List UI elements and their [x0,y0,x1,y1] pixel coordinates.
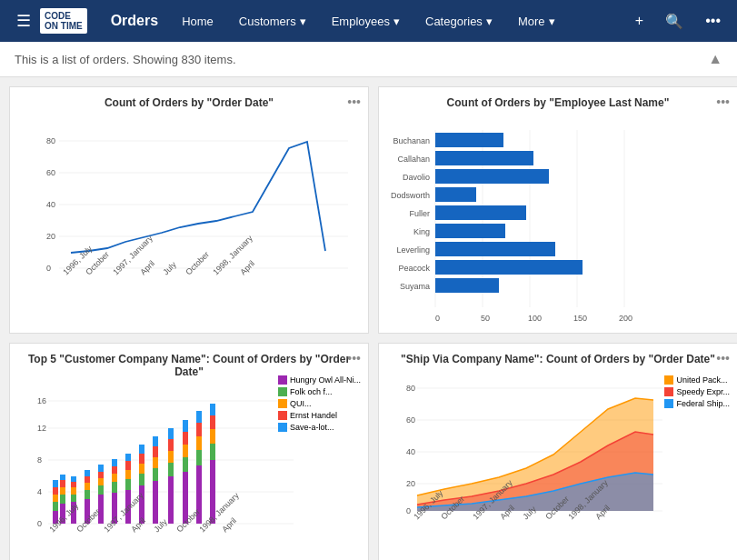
svg-rect-115 [196,411,202,423]
collapse-icon[interactable]: ▲ [708,51,722,67]
svg-text:Davolio: Davolio [403,173,430,182]
svg-text:Peacock: Peacock [398,264,430,273]
svg-rect-109 [183,432,188,445]
chevron-down-icon: ▾ [486,15,493,28]
svg-text:Buchanan: Buchanan [393,136,430,145]
svg-rect-68 [71,487,76,495]
svg-text:Fuller: Fuller [409,209,430,218]
svg-text:12: 12 [37,424,46,433]
svg-rect-42 [435,260,583,275]
svg-rect-70 [71,476,76,482]
svg-rect-101 [168,476,174,524]
svg-rect-104 [168,439,174,451]
svg-rect-40 [435,242,555,256]
chart-top5-customers: Top 5 "Customer Company Name": Count of … [9,343,369,560]
svg-rect-78 [98,478,104,485]
svg-text:King: King [413,227,430,236]
nav-right-actions: + 🔍 ••• [626,7,730,35]
chart3-title: Top 5 "Customer Company Name": Count of … [21,353,357,378]
add-button[interactable]: + [626,7,652,35]
svg-rect-114 [196,423,202,436]
svg-rect-94 [139,454,144,464]
svg-text:Suyama: Suyama [400,282,430,291]
svg-text:Dodsworth: Dodsworth [391,191,430,200]
svg-rect-110 [183,420,188,432]
svg-rect-77 [98,485,104,495]
svg-text:20: 20 [406,479,415,488]
chart4-title: "Ship Via Company Name": Count of Orders… [390,353,726,365]
svg-rect-102 [168,463,174,476]
status-text: This is a list of orders. Showing 830 it… [15,53,236,66]
svg-rect-60 [53,480,58,487]
chart2-title: Count of Orders by "Employee Last Name" [390,96,726,109]
chart4-menu[interactable]: ••• [716,351,730,365]
chart-orders-by-date: Count of Orders by "Order Date" ••• 80 6… [9,86,369,334]
status-bar: This is a list of orders. Showing 830 it… [0,42,737,77]
svg-rect-64 [60,480,65,487]
svg-rect-73 [85,483,90,490]
svg-rect-89 [125,461,131,470]
svg-text:April: April [238,259,256,277]
chart1-title: Count of Orders by "Order Date" [21,96,357,109]
svg-rect-100 [153,436,158,446]
nav-item-customers[interactable]: Customers ▾ [226,0,319,42]
svg-rect-76 [98,495,104,524]
svg-rect-63 [60,487,65,495]
svg-text:October: October [184,250,211,277]
svg-text:16: 16 [37,396,46,405]
svg-rect-75 [85,470,90,476]
chart3-menu[interactable]: ••• [347,351,361,365]
logo-box: CODE ON TIME [40,8,87,34]
area-chart-svg: 80 60 40 20 0 1996, July October 1997, J… [390,373,672,560]
nav-item-home[interactable]: Home [169,0,226,42]
svg-rect-65 [60,475,65,480]
svg-rect-84 [112,466,117,474]
svg-text:0: 0 [37,519,42,528]
svg-rect-67 [71,495,76,502]
svg-rect-90 [125,454,131,461]
svg-rect-74 [85,476,90,483]
svg-rect-119 [210,415,215,429]
svg-text:0: 0 [435,314,440,323]
chart1-menu[interactable]: ••• [347,95,361,109]
svg-text:50: 50 [481,314,490,323]
svg-rect-82 [112,482,117,493]
navbar: ☰ CODE ON TIME Orders Home Customers ▾ E… [0,0,737,42]
chevron-down-icon: ▾ [393,15,400,28]
svg-rect-97 [153,468,158,481]
svg-text:80: 80 [406,384,415,393]
svg-rect-93 [139,464,144,474]
nav-item-categories[interactable]: Categories ▾ [413,0,505,42]
chart4-legend: United Pack... Speedy Expr... Federal Sh… [664,375,730,408]
svg-rect-88 [125,470,131,479]
svg-rect-28 [435,133,503,147]
svg-text:8: 8 [37,455,42,465]
svg-text:0: 0 [46,264,51,273]
svg-text:Leverling: Leverling [396,245,430,255]
svg-text:40: 40 [406,447,415,456]
svg-text:0: 0 [406,506,411,515]
svg-text:20: 20 [46,232,55,241]
svg-rect-98 [153,457,158,468]
svg-text:April: April [129,516,147,535]
svg-text:July: July [161,260,178,277]
search-button[interactable]: 🔍 [656,7,692,35]
svg-text:40: 40 [46,200,55,209]
svg-rect-69 [71,482,76,487]
nav-item-employees[interactable]: Employees ▾ [319,0,413,42]
overflow-menu-button[interactable]: ••• [696,7,730,35]
svg-rect-120 [210,404,215,415]
chart-orders-by-employee: Count of Orders by "Employee Last Name" … [378,86,737,334]
svg-text:60: 60 [46,168,55,177]
nav-item-more[interactable]: More ▾ [505,0,568,42]
svg-rect-58 [53,495,58,502]
svg-rect-57 [53,502,58,511]
chart3-legend: Hungry Owl All-Ni... Folk och f... QUI..… [278,375,361,432]
svg-rect-38 [435,224,505,238]
svg-rect-112 [196,450,202,465]
chart2-menu[interactable]: ••• [716,95,730,109]
hamburger-icon[interactable]: ☰ [7,11,40,31]
chevron-down-icon: ▾ [300,15,306,28]
svg-rect-83 [112,474,117,482]
svg-text:4: 4 [37,487,42,496]
